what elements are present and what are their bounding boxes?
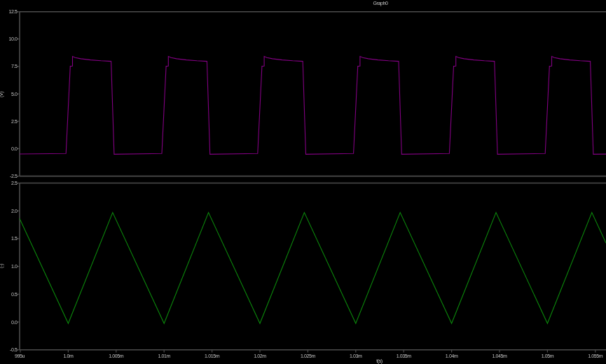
svg-text:1.005m: 1.005m: [109, 354, 124, 358]
svg-text:995u: 995u: [15, 354, 25, 358]
svg-text:-2.5: -2.5: [10, 174, 18, 178]
svg-text:1.055m: 1.055m: [588, 354, 603, 358]
svg-text:1.04m: 1.04m: [446, 354, 458, 358]
svg-text:1.045m: 1.045m: [493, 354, 508, 358]
svg-text:1.0m: 1.0m: [63, 354, 74, 358]
svg-text:1.5: 1.5: [11, 236, 18, 241]
svg-text:5.0: 5.0: [11, 92, 18, 97]
svg-text:1.01m: 1.01m: [158, 354, 170, 358]
svg-text:10.0: 10.0: [8, 36, 18, 41]
svg-text:-0.5: -0.5: [10, 347, 18, 352]
svg-text:0.0: 0.0: [11, 146, 18, 151]
svg-text:0.5: 0.5: [11, 292, 18, 297]
svg-text:12.5: 12.5: [8, 9, 18, 14]
svg-text:Graph0: Graph0: [373, 1, 388, 6]
svg-text:2.5: 2.5: [11, 119, 18, 124]
svg-text:t(s): t(s): [376, 358, 383, 364]
svg-text:1.02m: 1.02m: [254, 354, 266, 358]
svg-text:1.015m: 1.015m: [205, 354, 220, 358]
svg-text:1.035m: 1.035m: [397, 354, 412, 358]
svg-text:2.5: 2.5: [11, 181, 18, 186]
svg-text:1.05m: 1.05m: [542, 354, 554, 358]
svg-text:1.03m: 1.03m: [350, 354, 362, 358]
svg-text:2.0: 2.0: [11, 209, 18, 214]
svg-text:1.025m: 1.025m: [301, 354, 316, 358]
svg-text:7.5: 7.5: [11, 64, 18, 69]
svg-text:0.0: 0.0: [11, 320, 18, 325]
svg-text:1.0: 1.0: [11, 264, 18, 269]
